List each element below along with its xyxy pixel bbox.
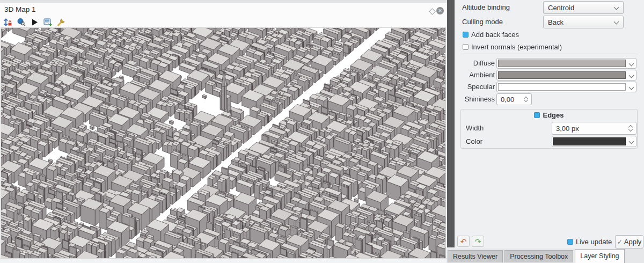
- undo-icon: ↶: [460, 237, 467, 246]
- redo-icon: ↷: [475, 237, 481, 246]
- panel-scrollbar[interactable]: [447, 0, 455, 247]
- altitude-binding-value: Centroid: [548, 4, 574, 12]
- culling-mode-value: Back: [548, 18, 564, 26]
- edges-label: Edges: [543, 111, 564, 119]
- chevron-down-icon: [614, 5, 619, 10]
- specular-color-button[interactable]: [496, 82, 636, 92]
- invert-normals-label: Invert normals (experimental): [471, 43, 562, 51]
- live-update-checkbox[interactable]: [567, 239, 573, 245]
- chevron-down-icon: [629, 61, 634, 67]
- qgis-window: 3D Map 1 ✕: [0, 0, 644, 263]
- check-icon: ✓: [617, 238, 623, 246]
- diffuse-label: Diffuse: [441, 59, 495, 67]
- edge-width-value: 3,00 px: [556, 125, 579, 133]
- chevron-down-icon: [614, 19, 619, 25]
- 3d-map-toolbar: [2, 17, 67, 27]
- ambient-label: Ambient: [441, 71, 495, 79]
- ambient-color-button[interactable]: [496, 70, 636, 81]
- edge-color-label: Color: [466, 137, 482, 145]
- specular-color-swatch: [498, 83, 626, 91]
- tab-results-viewer[interactable]: Results Viewer: [448, 250, 503, 262]
- chevron-down-icon: [629, 73, 634, 78]
- separator: [460, 54, 639, 54]
- redo-button[interactable]: ↷: [472, 236, 484, 247]
- apply-button[interactable]: ✓ Apply: [615, 235, 643, 249]
- chevron-down-icon: [629, 85, 634, 90]
- apply-label: Apply: [624, 238, 642, 246]
- edge-color-button[interactable]: [552, 136, 636, 147]
- undo-button[interactable]: ↶: [457, 236, 470, 247]
- altitude-binding-select[interactable]: Centroid: [543, 1, 624, 14]
- chevron-down-icon: [629, 139, 634, 144]
- live-update-label: Live update: [576, 238, 612, 246]
- camera-control-icon[interactable]: [2, 17, 13, 27]
- edges-group-title: Edges: [460, 111, 638, 119]
- invert-normals-checkbox[interactable]: [463, 44, 469, 50]
- identify-icon[interactable]: [16, 17, 26, 27]
- close-dock-icon[interactable]: ✕: [436, 7, 444, 14]
- 3d-map-dock: 3D Map 1 ✕: [0, 0, 447, 263]
- ambient-color-swatch: [498, 71, 626, 79]
- shininess-spinbox[interactable]: 0,00: [496, 93, 532, 105]
- diffuse-color-button[interactable]: [496, 58, 636, 69]
- add-back-faces-label: Add back faces: [471, 31, 519, 39]
- altitude-binding-label: Altitude binding: [462, 3, 510, 11]
- tab-processing-toolbox[interactable]: Processing Toolbox: [504, 250, 573, 262]
- dock-bottom-strip: [0, 258, 447, 263]
- edge-width-label: Width: [466, 124, 484, 132]
- float-dock-icon[interactable]: [429, 8, 436, 15]
- bottom-tab-bar: Results Viewer Processing Toolbox Layer …: [447, 249, 644, 263]
- diffuse-color-swatch: [498, 60, 626, 67]
- play-animation-icon[interactable]: [29, 17, 40, 27]
- 3d-map-canvas[interactable]: [1, 28, 445, 258]
- dock-title: 3D Map 1: [4, 5, 36, 13]
- tab-layer-styling[interactable]: Layer Styling: [575, 249, 624, 263]
- edge-color-swatch: [553, 137, 626, 145]
- save-as-image-icon[interactable]: [42, 17, 53, 27]
- culling-mode-select[interactable]: Back: [543, 16, 624, 28]
- configure-icon[interactable]: [56, 17, 67, 27]
- shininess-label: Shininess: [441, 95, 495, 103]
- culling-mode-label: Culling mode: [462, 18, 503, 26]
- shininess-value: 0,00: [501, 96, 514, 104]
- edge-width-spinbox[interactable]: 3,00 px: [552, 122, 636, 135]
- dock-top-strip: [0, 0, 447, 3]
- edges-checkbox[interactable]: [534, 112, 540, 118]
- specular-label: Specular: [441, 83, 495, 91]
- add-back-faces-checkbox[interactable]: [463, 32, 469, 38]
